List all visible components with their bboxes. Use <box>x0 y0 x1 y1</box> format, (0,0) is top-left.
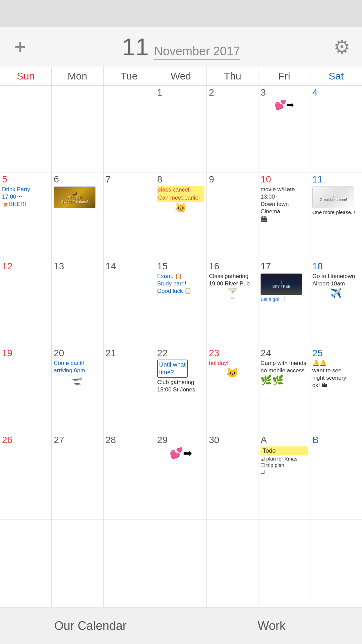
event-8-2: Can meet earlier <box>157 194 204 202</box>
week-6 <box>0 520 362 607</box>
cell-empty-6-4[interactable] <box>155 520 207 607</box>
gear-icon: ⚙ <box>334 36 350 58</box>
event-5-1: Drink Party <box>2 186 49 193</box>
cell-12[interactable]: 12 <box>0 259 52 346</box>
cell-18[interactable]: 18 Go to Hometown Airport 10am ✈️ <box>310 259 362 346</box>
event-5-2: 17:00〜 <box>2 193 49 201</box>
cell-29[interactable]: 29 💕➡ <box>155 433 207 520</box>
cell-17[interactable]: 17 🗼SKY TREE Let's go! ❕ <box>258 259 310 346</box>
cell-empty-6-3[interactable] <box>104 520 155 607</box>
event-10-3: Down town Cinema <box>260 201 308 215</box>
cell-25[interactable]: 25 🔔🔔 want to see night scenery ok! 🏔 <box>310 346 362 433</box>
cocktail-icon: 🍸 <box>209 287 256 300</box>
settings-button[interactable]: ⚙ <box>328 34 355 60</box>
cell-20[interactable]: 20 Come back! arriving 6pm 🛫 <box>52 346 103 433</box>
week-1: 1 2 3 💕➡ 4 <box>0 86 362 172</box>
calendar-grid: 1 2 3 💕➡ 4 5 Drink Party 17:00〜 <box>0 86 362 607</box>
cell-16[interactable]: 16 Class gathering 19:00 River Pub 🍸 <box>207 259 258 346</box>
cell-28[interactable]: 28 <box>104 433 155 520</box>
cell-empty-6-1[interactable] <box>0 520 52 607</box>
cell-21[interactable]: 21 <box>104 346 155 433</box>
add-icon: + <box>14 37 26 57</box>
tab-work[interactable]: Work <box>181 607 362 644</box>
cell-22[interactable]: 22 Until whattime? Club gathering 18:00 … <box>155 346 207 433</box>
cell-14[interactable]: 14 <box>104 259 155 346</box>
event-20-1: Come back! <box>54 360 101 367</box>
cell-27[interactable]: 27 <box>52 433 103 520</box>
cell-2[interactable]: 2 <box>207 86 258 172</box>
cell-29-content: 💕➡ <box>157 446 204 461</box>
photo-6: 🥔RoastedSweet Potatoes! <box>54 186 95 208</box>
cell-20-content: Come back! arriving 6pm 🛫 <box>54 360 101 387</box>
cell-11[interactable]: 11 🍦Great ice cream! One more please..! <box>310 172 362 259</box>
date-25: 25 <box>312 347 360 359</box>
cell-3[interactable]: 3 💕➡ <box>258 86 310 172</box>
cell-empty-mon1[interactable] <box>52 86 103 172</box>
cell-19[interactable]: 19 <box>0 346 52 433</box>
event-8-1: class cancel! <box>157 186 204 194</box>
cell-empty-sun1[interactable] <box>0 86 52 172</box>
cell-1[interactable]: 1 <box>155 86 207 172</box>
date-15: 15 <box>157 261 204 272</box>
event-10-1: movie w/Kate <box>260 186 308 193</box>
cell-empty-tue1[interactable] <box>104 86 155 172</box>
event-15-2: Study hard! <box>157 280 204 287</box>
plane-icon: ✈️ <box>312 287 360 300</box>
cell-9[interactable]: 9 <box>207 172 258 259</box>
cell-empty-6-5[interactable] <box>207 520 258 607</box>
cell-26[interactable]: 26 <box>0 433 52 520</box>
date-30: 30 <box>209 434 256 446</box>
date-B: B <box>312 434 360 446</box>
cell-24-content: Camp with friends no mobile access 🌿🌿 <box>260 360 308 387</box>
cell-5[interactable]: 5 Drink Party 17:00〜 🍺BEER! <box>0 172 52 259</box>
cell-B[interactable]: B <box>310 433 362 520</box>
todo-3: ☐ <box>260 469 308 475</box>
cell-10[interactable]: 10 movie w/Kate 13:00 Down town Cinema 🎬 <box>258 172 310 259</box>
add-button[interactable]: + <box>7 34 34 60</box>
date-5: 5 <box>2 174 49 185</box>
arrow-heart-29: 💕➡ <box>157 446 204 461</box>
cell-6[interactable]: 6 🥔RoastedSweet Potatoes! <box>52 172 103 259</box>
cell-A-content: Todo ☑ plan for Xmas ☐ trip plan ☐ <box>260 446 308 475</box>
event-16-2: 19:00 River Pub <box>209 280 256 287</box>
cell-25-content: 🔔🔔 want to see night scenery ok! 🏔 <box>312 360 360 389</box>
event-25-4: ok! 🏔 <box>312 382 360 389</box>
date-13: 13 <box>54 261 101 272</box>
cell-23[interactable]: 23 holiday! 🐱 <box>207 346 258 433</box>
date-12: 12 <box>2 261 49 272</box>
week-4: 19 20 Come back! arriving 6pm 🛫 21 22 Un… <box>0 346 362 433</box>
cell-empty-6-2[interactable] <box>52 520 103 607</box>
cell-30[interactable]: 30 <box>207 433 258 520</box>
cell-10-content: movie w/Kate 13:00 Down town Cinema 🎬 <box>260 186 308 223</box>
date-9: 9 <box>209 174 256 185</box>
day-header-fri: Fri <box>258 67 310 85</box>
event-25-2: want to see <box>312 367 360 374</box>
cell-15-content: Exam. 📋 Study hard! Good luck 📋 <box>157 273 204 295</box>
date-28: 28 <box>106 434 153 446</box>
day-headers: Sun Mon Tue Wed Thu Fri Sat <box>0 67 362 86</box>
header-month-year[interactable]: November 2017 <box>154 44 240 60</box>
event-20-2: arriving 6pm <box>54 367 101 374</box>
event-15-3: Good luck 📋 <box>157 287 204 295</box>
cell-13[interactable]: 13 <box>52 259 103 346</box>
date-17: 17 <box>260 261 308 272</box>
date-26: 26 <box>2 434 49 446</box>
tab-work-label: Work <box>258 619 286 633</box>
event-22-box: Until whattime? <box>157 360 188 378</box>
date-27: 27 <box>54 434 101 446</box>
cell-8[interactable]: 8 class cancel! Can meet earlier 🐱 <box>155 172 207 259</box>
date-A: A <box>260 434 308 446</box>
status-bar <box>0 0 362 27</box>
cell-24[interactable]: 24 Camp with friends no mobile access 🌿🌿 <box>258 346 310 433</box>
bottom-tabs: Our Calendar Work <box>0 607 362 644</box>
cat-doodle-23: 🐱 <box>209 367 256 379</box>
cell-empty-6-6[interactable] <box>258 520 310 607</box>
cell-empty-6-7[interactable] <box>310 520 362 607</box>
cell-7[interactable]: 7 <box>104 172 155 259</box>
tab-our-calendar[interactable]: Our Calendar <box>0 607 181 644</box>
date-11: 11 <box>312 174 360 185</box>
cell-15[interactable]: 15 Exam. 📋 Study hard! Good luck 📋 <box>155 259 207 346</box>
cell-23-content: holiday! 🐱 <box>209 360 256 379</box>
cell-A[interactable]: A Todo ☑ plan for Xmas ☐ trip plan ☐ <box>258 433 310 520</box>
cell-4[interactable]: 4 <box>310 86 362 172</box>
